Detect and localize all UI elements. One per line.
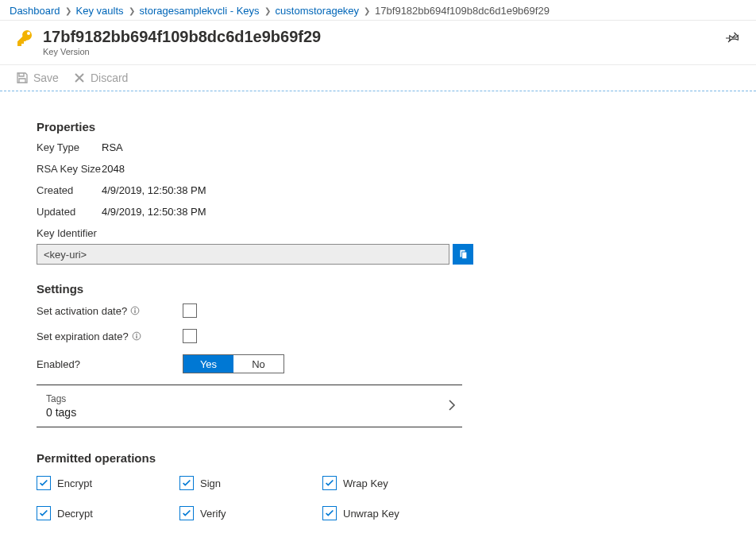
- key-identifier-input[interactable]: [37, 244, 449, 265]
- expiration-date-row: Set expiration date?: [37, 329, 719, 343]
- property-label: Key Type: [37, 141, 102, 153]
- enabled-no-option[interactable]: No: [233, 355, 284, 373]
- activation-date-checkbox[interactable]: [183, 303, 197, 318]
- properties-heading: Properties: [37, 120, 719, 133]
- op-label: Verify: [200, 508, 226, 520]
- breadcrumb-link[interactable]: storagesamplekvcli - Keys: [140, 5, 260, 17]
- op-unwrap-key[interactable]: Unwrap Key: [322, 506, 465, 520]
- svg-point-4: [136, 334, 137, 335]
- property-row: Created 4/9/2019, 12:50:38 PM: [37, 184, 719, 196]
- checkbox-checked-icon: [179, 476, 194, 490]
- discard-button[interactable]: Discard: [73, 72, 128, 84]
- chevron-right-icon: [448, 399, 456, 414]
- page-subtitle: Key Version: [43, 47, 321, 56]
- breadcrumb-current: 17bf9182bb694f109b8dc6d1e9b69f29: [375, 5, 550, 17]
- op-label: Decrypt: [57, 508, 93, 520]
- chevron-right-icon: ❯: [64, 6, 73, 15]
- save-icon: [16, 72, 29, 84]
- activation-date-row: Set activation date?: [37, 303, 719, 318]
- permitted-operations-grid: Encrypt Sign Wrap Key Decrypt Verify Unw…: [37, 476, 719, 520]
- chevron-right-icon: ❯: [263, 6, 272, 15]
- tags-value: 0 tags: [46, 406, 76, 419]
- property-row: Updated 4/9/2019, 12:50:38 PM: [37, 206, 719, 218]
- page-title: 17bf9182bb694f109b8dc6d1e9b69f29: [43, 27, 321, 46]
- op-wrap-key[interactable]: Wrap Key: [322, 476, 465, 490]
- info-icon: [130, 306, 140, 315]
- save-label: Save: [33, 72, 59, 84]
- svg-point-1: [134, 308, 136, 310]
- op-decrypt[interactable]: Decrypt: [37, 506, 179, 520]
- checkbox-checked-icon: [37, 476, 51, 490]
- settings-heading: Settings: [37, 282, 719, 296]
- op-label: Unwrap Key: [343, 508, 399, 520]
- property-value: 2048: [102, 163, 125, 175]
- enabled-toggle[interactable]: Yes No: [183, 354, 284, 373]
- key-identifier-label: Key Identifier: [37, 227, 719, 239]
- breadcrumb: Dashboard ❯ Key vaults ❯ storagesamplekv…: [0, 0, 756, 21]
- property-value: 4/9/2019, 12:50:38 PM: [102, 206, 206, 218]
- enabled-label: Enabled?: [37, 358, 80, 370]
- tags-label: Tags: [46, 393, 76, 404]
- permitted-heading: Permitted operations: [37, 451, 719, 465]
- property-label: Created: [37, 184, 102, 196]
- expiration-date-label: Set expiration date?: [37, 330, 129, 342]
- info-icon: [132, 331, 141, 341]
- op-label: Encrypt: [57, 477, 92, 489]
- checkbox-checked-icon: [37, 506, 51, 520]
- breadcrumb-link[interactable]: Key vaults: [76, 5, 124, 17]
- chevron-right-icon: ❯: [362, 6, 372, 15]
- discard-label: Discard: [91, 72, 128, 84]
- op-label: Sign: [200, 477, 221, 489]
- checkbox-checked-icon: [179, 506, 194, 520]
- copy-button[interactable]: [453, 244, 473, 265]
- op-verify[interactable]: Verify: [179, 506, 322, 520]
- op-encrypt[interactable]: Encrypt: [37, 476, 179, 490]
- activation-date-label: Set activation date?: [37, 305, 127, 317]
- op-sign[interactable]: Sign: [179, 476, 322, 490]
- tags-row[interactable]: Tags 0 tags: [37, 385, 462, 427]
- checkbox-checked-icon: [322, 506, 337, 520]
- content: Properties Key Type RSA RSA Key Size 204…: [0, 91, 756, 545]
- page-header: 17bf9182bb694f109b8dc6d1e9b69f29 Key Ver…: [0, 21, 756, 65]
- svg-rect-2: [135, 310, 136, 313]
- property-label: RSA Key Size: [37, 163, 102, 175]
- toolbar: Save Discard: [0, 65, 756, 91]
- pin-button[interactable]: [723, 27, 743, 50]
- breadcrumb-link[interactable]: Dashboard: [10, 5, 60, 17]
- enabled-yes-option[interactable]: Yes: [183, 355, 233, 373]
- breadcrumb-link[interactable]: customstoragekey: [276, 5, 360, 17]
- enabled-row: Enabled? Yes No: [37, 354, 719, 373]
- checkbox-checked-icon: [322, 476, 337, 490]
- copy-icon: [457, 249, 469, 260]
- save-button[interactable]: Save: [16, 72, 59, 84]
- chevron-right-icon: ❯: [127, 6, 137, 15]
- op-label: Wrap Key: [343, 477, 388, 489]
- property-value: RSA: [102, 141, 123, 153]
- pin-icon: [726, 30, 740, 44]
- discard-icon: [73, 72, 86, 84]
- property-row: Key Type RSA: [37, 141, 719, 153]
- property-value: 4/9/2019, 12:50:38 PM: [102, 184, 206, 196]
- property-row: RSA Key Size 2048: [37, 163, 719, 175]
- key-icon: [16, 29, 35, 48]
- property-label: Updated: [37, 206, 102, 218]
- svg-rect-5: [136, 335, 137, 338]
- expiration-date-checkbox[interactable]: [183, 329, 197, 343]
